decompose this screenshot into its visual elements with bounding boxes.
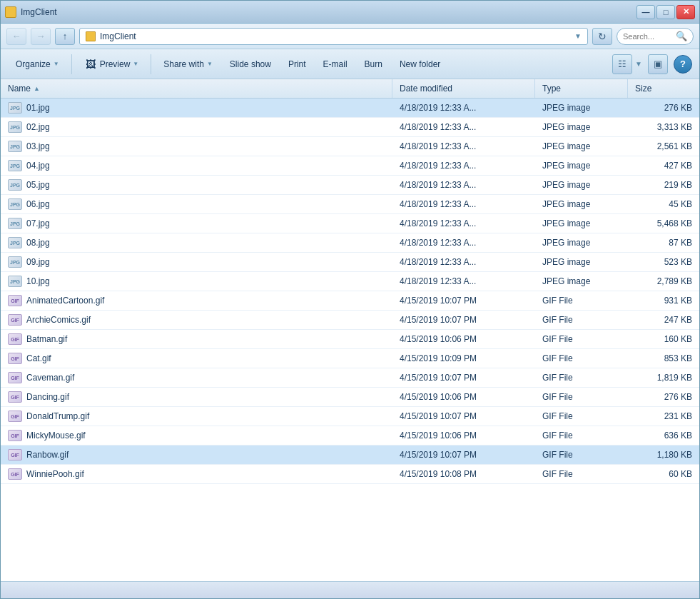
file-name-cell: JPG 06.jpg (1, 195, 392, 213)
toolbar: Organize ▼ 🖼 Preview ▼ Share with ▼ Slid… (1, 49, 699, 79)
file-type-icon: GIF (8, 314, 22, 326)
slide-show-button[interactable]: Slide show (222, 53, 279, 76)
address-bar: ← → ↑ ImgClient ▼ ↻ 🔍 (1, 24, 699, 49)
file-name-cell: GIF Ranbow.gif (1, 446, 392, 464)
file-type-cell: JPEG image (535, 253, 628, 271)
forward-button[interactable]: → (31, 28, 51, 45)
print-label: Print (288, 59, 306, 69)
file-date-cell: 4/18/2019 12:33 A... (392, 233, 535, 252)
file-type-icon: GIF (8, 468, 22, 480)
file-type-icon: JPG (8, 198, 22, 210)
table-row[interactable]: GIF Dancing.gif 4/15/2019 10:06 PM GIF F… (1, 388, 699, 407)
file-date-cell: 4/15/2019 10:06 PM (392, 426, 535, 445)
address-folder-icon (86, 31, 96, 41)
file-name-cell: JPG 01.jpg (1, 99, 392, 117)
file-size-cell: 427 KB (628, 156, 699, 175)
table-row[interactable]: GIF DonaldTrump.gif 4/15/2019 10:07 PM G… (1, 407, 699, 426)
table-row[interactable]: JPG 08.jpg 4/18/2019 12:33 A... JPEG ima… (1, 233, 699, 253)
table-row[interactable]: JPG 02.jpg 4/18/2019 12:33 A... JPEG ima… (1, 118, 699, 137)
table-row[interactable]: GIF WinniePooh.gif 4/15/2019 10:08 PM GI… (1, 465, 699, 484)
share-with-label: Share with (163, 59, 204, 69)
file-type-cell: GIF File (535, 368, 628, 387)
table-row[interactable]: GIF Cat.gif 4/15/2019 10:09 PM GIF File … (1, 349, 699, 368)
file-size-cell: 2,561 KB (628, 137, 699, 156)
preview-button[interactable]: 🖼 Preview ▼ (76, 53, 147, 76)
file-type-cell: JPEG image (535, 214, 628, 233)
print-button[interactable]: Print (280, 53, 314, 76)
file-type-cell: GIF File (535, 465, 628, 483)
file-name-cell: JPG 09.jpg (1, 253, 392, 271)
refresh-button[interactable]: ↻ (592, 28, 612, 45)
table-row[interactable]: JPG 09.jpg 4/18/2019 12:33 A... JPEG ima… (1, 253, 699, 272)
table-row[interactable]: GIF Caveman.gif 4/15/2019 10:07 PM GIF F… (1, 368, 699, 388)
view-dropdown-arrow[interactable]: ▼ (634, 60, 644, 68)
file-size-cell: 219 KB (628, 176, 699, 194)
table-row[interactable]: JPG 06.jpg 4/18/2019 12:33 A... JPEG ima… (1, 195, 699, 214)
view-list-button[interactable]: ☷ (612, 54, 632, 74)
file-rows: JPG 01.jpg 4/18/2019 12:33 A... JPEG ima… (1, 99, 699, 484)
maximize-button[interactable]: □ (656, 5, 675, 19)
up-button[interactable]: ↑ (55, 28, 75, 45)
file-type-icon: JPG (8, 179, 22, 191)
burn-button[interactable]: Burn (357, 53, 390, 76)
file-size-cell: 3,313 KB (628, 118, 699, 136)
file-size-cell: 1,819 KB (628, 368, 699, 387)
file-size-cell: 276 KB (628, 99, 699, 117)
col-date[interactable]: Date modified (392, 79, 535, 98)
email-button[interactable]: E-mail (315, 53, 355, 76)
help-button[interactable]: ? (674, 55, 692, 74)
file-size-cell: 853 KB (628, 349, 699, 368)
file-name-cell: GIF AnimatedCartoon.gif (1, 291, 392, 310)
view-details-button[interactable]: ▣ (648, 54, 668, 74)
file-date-cell: 4/15/2019 10:09 PM (392, 349, 535, 368)
file-name-cell: JPG 05.jpg (1, 176, 392, 194)
table-row[interactable]: GIF MickyMouse.gif 4/15/2019 10:06 PM GI… (1, 426, 699, 446)
table-row[interactable]: JPG 10.jpg 4/18/2019 12:33 A... JPEG ima… (1, 272, 699, 291)
file-type-cell: GIF File (535, 388, 628, 406)
table-row[interactable]: GIF Batman.gif 4/15/2019 10:06 PM GIF Fi… (1, 330, 699, 349)
organize-button[interactable]: Organize ▼ (8, 53, 67, 76)
address-box[interactable]: ImgClient ▼ (79, 28, 588, 45)
preview-arrow-icon: ▼ (133, 61, 138, 67)
table-row[interactable]: GIF Ranbow.gif 4/15/2019 10:07 PM GIF Fi… (1, 446, 699, 465)
file-size-cell: 60 KB (628, 465, 699, 483)
table-row[interactable]: JPG 07.jpg 4/18/2019 12:33 A... JPEG ima… (1, 214, 699, 233)
file-date-cell: 4/18/2019 12:33 A... (392, 272, 535, 291)
close-button[interactable]: ✕ (676, 5, 695, 19)
search-box: 🔍 (617, 28, 694, 45)
table-row[interactable]: JPG 03.jpg 4/18/2019 12:33 A... JPEG ima… (1, 137, 699, 156)
table-row[interactable]: JPG 05.jpg 4/18/2019 12:33 A... JPEG ima… (1, 176, 699, 195)
file-type-icon: JPG (8, 218, 22, 229)
file-name-cell: GIF Cat.gif (1, 349, 392, 368)
search-input[interactable] (623, 32, 673, 41)
new-folder-button[interactable]: New folder (392, 53, 448, 76)
col-type[interactable]: Type (535, 79, 628, 98)
file-name-cell: JPG 10.jpg (1, 272, 392, 291)
table-row[interactable]: JPG 04.jpg 4/18/2019 12:33 A... JPEG ima… (1, 156, 699, 176)
file-type-icon: GIF (8, 449, 22, 460)
file-date-cell: 4/15/2019 10:08 PM (392, 465, 535, 483)
file-size-cell: 87 KB (628, 233, 699, 252)
table-row[interactable]: JPG 01.jpg 4/18/2019 12:33 A... JPEG ima… (1, 99, 699, 118)
view-buttons: ☷ ▼ ▣ ? (612, 54, 692, 74)
col-size[interactable]: Size (628, 79, 699, 98)
table-row[interactable]: GIF AnimatedCartoon.gif 4/15/2019 10:07 … (1, 291, 699, 311)
preview-icon: 🖼 (84, 58, 97, 71)
file-list-container: Name ▲ Date modified Type Size JPG 01.jp… (1, 79, 699, 581)
file-type-icon: JPG (8, 276, 22, 287)
file-type-cell: GIF File (535, 291, 628, 310)
separator-2 (151, 54, 151, 74)
burn-label: Burn (365, 59, 382, 69)
back-button[interactable]: ← (6, 28, 26, 45)
file-type-cell: GIF File (535, 349, 628, 368)
file-date-cell: 4/15/2019 10:07 PM (392, 311, 535, 329)
share-with-button[interactable]: Share with ▼ (156, 53, 220, 76)
file-type-cell: GIF File (535, 407, 628, 426)
titlebar: ImgClient — □ ✕ (1, 1, 699, 24)
search-icon[interactable]: 🔍 (676, 31, 687, 41)
file-name-cell: JPG 07.jpg (1, 214, 392, 233)
table-row[interactable]: GIF ArchieComics.gif 4/15/2019 10:07 PM … (1, 311, 699, 330)
file-name-cell: GIF DonaldTrump.gif (1, 407, 392, 426)
col-name[interactable]: Name ▲ (1, 79, 392, 98)
minimize-button[interactable]: — (636, 5, 655, 19)
